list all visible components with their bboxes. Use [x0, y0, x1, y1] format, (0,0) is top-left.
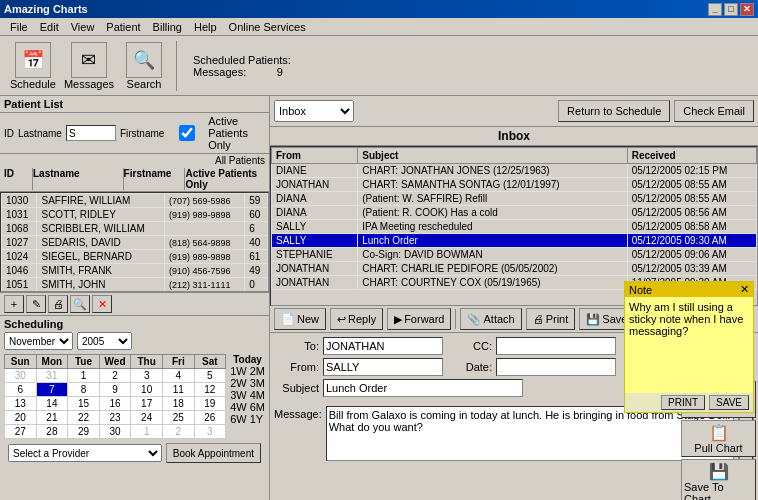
pt-print-btn[interactable]: 🖨 [48, 295, 68, 313]
date-input[interactable] [496, 358, 616, 376]
maximize-button[interactable]: □ [724, 3, 738, 16]
patient-count: 0 [245, 278, 268, 292]
calendar-day[interactable]: 21 [36, 411, 68, 425]
year-select[interactable]: 2005 [77, 332, 132, 350]
minimize-button[interactable]: _ [708, 3, 722, 16]
sticky-close-icon[interactable]: ✕ [740, 283, 749, 296]
calendar-day[interactable]: 22 [68, 411, 100, 425]
toolbar: 📅 Schedule ✉ Messages 🔍 Search Scheduled… [0, 36, 758, 96]
menu-view[interactable]: View [65, 20, 101, 34]
menu-billing[interactable]: Billing [147, 20, 188, 34]
calendar-day[interactable]: 14 [36, 397, 68, 411]
return-to-schedule-button[interactable]: Return to Schedule [558, 100, 670, 122]
inbox-select[interactable]: Inbox [274, 100, 354, 122]
book-appointment-button[interactable]: Book Appointment [166, 443, 261, 463]
from-input[interactable] [323, 358, 443, 376]
forward-button[interactable]: ▶ Forward [387, 308, 451, 330]
message-row[interactable]: DIANA (Patient: R. COOK) Has a cold 05/1… [272, 206, 757, 220]
message-row[interactable]: STEPHANIE Co-Sign: DAVID BOWMAN 05/12/20… [272, 248, 757, 262]
calendar-day[interactable]: 31 [36, 369, 68, 383]
patient-row[interactable]: 1031 SCOTT, RIDLEY (919) 989-9898 60 [2, 208, 268, 222]
print-button[interactable]: 🖨 Print [526, 308, 576, 330]
message-row[interactable]: SALLY IPA Meeting rescheduled 05/12/2005… [272, 220, 757, 234]
pt-delete-btn[interactable]: ✕ [92, 295, 112, 313]
calendar-day[interactable]: 1 [131, 425, 163, 439]
menu-online-services[interactable]: Online Services [223, 20, 312, 34]
patient-row[interactable]: 1068 SCRIBBLER, WILLIAM 6 [2, 222, 268, 236]
calendar-day[interactable]: 30 [99, 425, 131, 439]
calendar-day[interactable]: 2 [99, 369, 131, 383]
calendar-day[interactable]: 3 [194, 425, 226, 439]
reply-button[interactable]: ↩ Reply [330, 308, 383, 330]
message-textarea[interactable]: Bill from Galaxo is coming in today at l… [326, 406, 734, 461]
message-row[interactable]: SALLY Lunch Order 05/12/2005 09:30 AM [272, 234, 757, 248]
calendar-day[interactable]: 23 [99, 411, 131, 425]
provider-select[interactable]: Select a Provider [8, 444, 162, 462]
calendar-day[interactable]: 27 [5, 425, 37, 439]
pt-search-btn[interactable]: 🔍 [70, 295, 90, 313]
sticky-save-button[interactable]: SAVE [709, 395, 749, 410]
menu-edit[interactable]: Edit [34, 20, 65, 34]
close-button[interactable]: ✕ [740, 3, 754, 16]
calendar-day[interactable]: 3 [131, 369, 163, 383]
attach-button[interactable]: 📎 Attach [460, 308, 521, 330]
new-button[interactable]: 📄 New [274, 308, 326, 330]
menu-help[interactable]: Help [188, 20, 223, 34]
message-row[interactable]: DIANA (Patient: W. SAFFIRE) Refill 05/12… [272, 192, 757, 206]
sticky-print-button[interactable]: PRINT [661, 395, 705, 410]
sticky-textarea[interactable] [629, 337, 749, 387]
to-input[interactable] [323, 337, 443, 355]
message-row[interactable]: JONATHAN CHART: SAMANTHA SONTAG (12/01/1… [272, 178, 757, 192]
all-patients-label: All Patients [0, 154, 269, 167]
patient-row[interactable]: 1051 SMITH, JOHN (212) 311-1111 0 [2, 278, 268, 292]
search-button[interactable]: 🔍 Search [120, 40, 168, 92]
calendar-day[interactable]: 25 [162, 411, 194, 425]
calendar-day[interactable]: 18 [162, 397, 194, 411]
calendar-day[interactable]: 24 [131, 411, 163, 425]
active-only-checkbox[interactable] [168, 125, 206, 141]
pull-chart-button[interactable]: 📋 Pull Chart [681, 420, 756, 457]
calendar-day[interactable]: 13 [5, 397, 37, 411]
calendar-day[interactable]: 4 [162, 369, 194, 383]
calendar-day[interactable]: 20 [5, 411, 37, 425]
calendar-day[interactable]: 15 [68, 397, 100, 411]
calendar-day[interactable]: 2 [162, 425, 194, 439]
menu-file[interactable]: File [4, 20, 34, 34]
month-select[interactable]: November [4, 332, 73, 350]
cc-input[interactable] [496, 337, 616, 355]
calendar-day[interactable]: 26 [194, 411, 226, 425]
calendar-day[interactable]: 19 [194, 397, 226, 411]
schedule-button[interactable]: 📅 Schedule [8, 40, 58, 92]
messages-button[interactable]: ✉ Messages [62, 40, 116, 92]
calendar-day[interactable]: 30 [5, 369, 37, 383]
calendar-day[interactable]: 10 [131, 383, 163, 397]
patient-row[interactable]: 1030 SAFFIRE, WILLIAM (707) 569-5986 59 [2, 194, 268, 208]
calendar-day[interactable]: 8 [68, 383, 100, 397]
calendar-day[interactable]: 16 [99, 397, 131, 411]
patient-table: 1030 SAFFIRE, WILLIAM (707) 569-5986 59 … [0, 192, 269, 292]
calendar-day[interactable]: 11 [162, 383, 194, 397]
pt-edit-btn[interactable]: ✎ [26, 295, 46, 313]
message-row[interactable]: JONATHAN CHART: CHARLIE PEDIFORE (05/05/… [272, 262, 757, 276]
subject-input[interactable] [323, 379, 523, 397]
patient-row[interactable]: 1027 SEDARIS, DAVID (818) 564-9898 40 [2, 236, 268, 250]
patient-row[interactable]: 1024 SIEGEL, BERNARD (919) 989-9898 61 [2, 250, 268, 264]
check-email-button[interactable]: Check Email [674, 100, 754, 122]
calendar-day[interactable]: 6 [5, 383, 37, 397]
calendar-day[interactable]: 5 [194, 369, 226, 383]
message-row[interactable]: DIANE CHART: JONATHAN JONES (12/25/1963)… [272, 164, 757, 178]
pt-add-btn[interactable]: + [4, 295, 24, 313]
save-to-chart-button[interactable]: 💾 Save To Chart [681, 459, 756, 500]
patient-search-input[interactable] [66, 125, 116, 141]
calendar-day[interactable]: 12 [194, 383, 226, 397]
menu-patient[interactable]: Patient [100, 20, 146, 34]
msg-from: SALLY [272, 220, 358, 234]
calendar-day[interactable]: 29 [68, 425, 100, 439]
calendar-day[interactable]: 7 [36, 383, 68, 397]
calendar-day[interactable]: 9 [99, 383, 131, 397]
patient-row[interactable]: 1046 SMITH, FRANK (910) 456-7596 49 [2, 264, 268, 278]
calendar-day[interactable]: 28 [36, 425, 68, 439]
calendar-day[interactable]: 1 [68, 369, 100, 383]
calendar-day[interactable]: 17 [131, 397, 163, 411]
left-panel: Patient List ID Lastname Firstname Activ… [0, 96, 270, 500]
